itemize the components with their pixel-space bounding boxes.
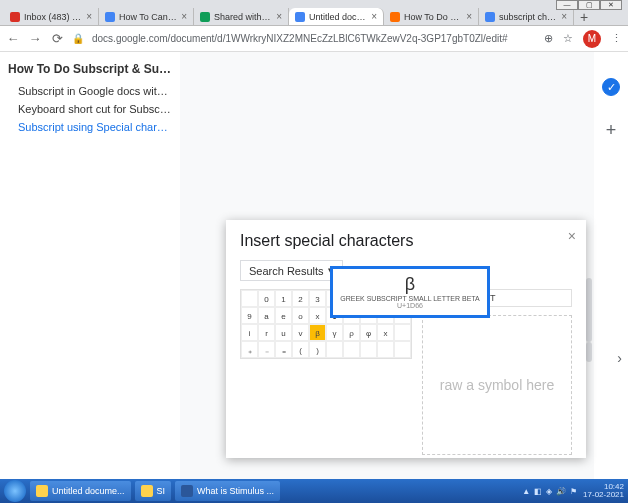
character-cell[interactable]: ρ	[343, 324, 360, 341]
tab-close-icon[interactable]: ×	[86, 11, 92, 22]
character-cell[interactable]: ₌	[275, 341, 292, 358]
tab-favicon	[295, 12, 305, 22]
tray-icon[interactable]: ⚑	[570, 487, 577, 496]
character-cell[interactable]: ₋	[258, 341, 275, 358]
character-cell[interactable]	[241, 290, 258, 307]
maximize-button[interactable]: ▢	[578, 0, 600, 10]
character-cell[interactable]: 1	[275, 290, 292, 307]
lock-icon: 🔒	[72, 33, 84, 44]
draw-placeholder: raw a symbol here	[440, 377, 554, 393]
character-cell[interactable]	[394, 341, 411, 358]
character-cell[interactable]	[377, 341, 394, 358]
minimize-button[interactable]: —	[556, 0, 578, 10]
tab-close-icon[interactable]: ×	[181, 11, 187, 22]
close-window-button[interactable]: ✕	[600, 0, 622, 10]
tab-label: How To Do Subscrip	[404, 12, 462, 22]
windows-taskbar: Untitled docume...SIWhat is Stimulus ...…	[0, 479, 628, 503]
tab-favicon	[390, 12, 400, 22]
dropdown-label: Search Results	[249, 265, 324, 277]
app-icon	[36, 485, 48, 497]
taskbar-app-button[interactable]: SI	[135, 481, 172, 501]
outline-title[interactable]: How To Do Subscript & Super...	[8, 62, 172, 76]
new-tab-button[interactable]: +	[574, 9, 594, 25]
taskbar-clock[interactable]: 10:42 17-02-2021	[583, 483, 624, 499]
tab-close-icon[interactable]: ×	[561, 11, 567, 22]
draw-symbol-area[interactable]: raw a symbol here	[422, 315, 572, 455]
tab-close-icon[interactable]: ×	[276, 11, 282, 22]
character-cell[interactable]: x	[309, 307, 326, 324]
browser-tabstrip: Inbox (483) - snsalel×How To Cancel Your…	[0, 0, 628, 26]
reload-button[interactable]: ⟳	[50, 31, 64, 46]
character-cell[interactable]: v	[292, 324, 309, 341]
scrollbar-track[interactable]	[586, 342, 592, 362]
character-cell[interactable]: (	[292, 341, 309, 358]
tab-favicon	[10, 12, 20, 22]
character-cell[interactable]: e	[275, 307, 292, 324]
tab-label: Untitled document -	[309, 12, 367, 22]
tab-label: How To Cancel Your	[119, 12, 177, 22]
right-side-rail: ✓ +	[594, 52, 628, 479]
sidepanel-toggle-icon[interactable]: ›	[617, 350, 622, 366]
character-cell[interactable]: 9	[241, 307, 258, 324]
editing-mode-icon[interactable]: ✓	[602, 78, 620, 96]
browser-tab[interactable]: How To Do Subscrip×	[384, 8, 479, 25]
character-cell[interactable]: γ	[326, 324, 343, 341]
start-button[interactable]	[4, 480, 26, 502]
tray-icon[interactable]: ◧	[534, 487, 542, 496]
outline-item[interactable]: Subscript in Google docs with t...	[8, 82, 172, 100]
character-cell[interactable]: u	[275, 324, 292, 341]
tray-icon[interactable]: ▲	[522, 487, 530, 496]
browser-tab[interactable]: subscript chemical e×	[479, 8, 574, 25]
taskbar-app-label: Untitled docume...	[52, 486, 125, 496]
taskbar-app-label: What is Stimulus ...	[197, 486, 274, 496]
character-cell[interactable]: r	[258, 324, 275, 341]
taskbar-app-label: SI	[157, 486, 166, 496]
character-cell[interactable]	[326, 341, 343, 358]
character-cell[interactable]: a	[258, 307, 275, 324]
character-cell[interactable]: x	[377, 324, 394, 341]
category-dropdown[interactable]: Search Results ▾	[240, 260, 343, 281]
url-field[interactable]: docs.google.com/document/d/1WWrkryNIXZ2M…	[92, 33, 536, 44]
browser-menu-icon[interactable]: ⋮	[611, 32, 622, 45]
add-comment-icon[interactable]: +	[602, 122, 620, 140]
character-cell[interactable]: 3	[309, 290, 326, 307]
character-cell[interactable]: ₊	[241, 341, 258, 358]
character-cell[interactable]: i	[241, 324, 258, 341]
taskbar-app-button[interactable]: What is Stimulus ...	[175, 481, 280, 501]
character-cell[interactable]: 2	[292, 290, 309, 307]
dialog-title: Insert special characters	[240, 232, 572, 250]
browser-tab[interactable]: Shared with me - Go×	[194, 8, 289, 25]
tooltip-glyph: β	[337, 275, 483, 293]
browser-tab[interactable]: How To Cancel Your×	[99, 8, 194, 25]
character-cell[interactable]	[394, 324, 411, 341]
browser-tab[interactable]: Untitled document - ×	[289, 8, 384, 25]
back-button[interactable]: ←	[6, 31, 20, 46]
address-bar: ← → ⟳ 🔒 docs.google.com/document/d/1WWrk…	[0, 26, 628, 52]
tab-close-icon[interactable]: ×	[371, 11, 377, 22]
zoom-icon[interactable]: ⊕	[544, 32, 553, 45]
dialog-close-icon[interactable]: ×	[568, 228, 576, 244]
forward-button[interactable]: →	[28, 31, 42, 46]
app-icon	[141, 485, 153, 497]
character-cell[interactable]	[343, 341, 360, 358]
tray-icon[interactable]: ◈	[546, 487, 552, 496]
tab-close-icon[interactable]: ×	[466, 11, 472, 22]
taskbar-app-button[interactable]: Untitled docume...	[30, 481, 131, 501]
system-tray: ▲◧◈🔊⚑ 10:42 17-02-2021	[522, 483, 624, 499]
character-cell[interactable]: φ	[360, 324, 377, 341]
character-cell[interactable]: β	[309, 324, 326, 341]
bookmark-star-icon[interactable]: ☆	[563, 32, 573, 45]
character-cell[interactable]: o	[292, 307, 309, 324]
outline-item[interactable]: Keyboard short cut for Subscrip...	[8, 100, 172, 118]
character-cell[interactable]	[360, 341, 377, 358]
character-tooltip: β GREEK SUBSCRIPT SMALL LETTER BETA U+1D…	[330, 266, 490, 318]
character-cell[interactable]: 0	[258, 290, 275, 307]
scrollbar-track[interactable]	[586, 278, 592, 342]
profile-avatar[interactable]: M	[583, 30, 601, 48]
tray-icon[interactable]: 🔊	[556, 487, 566, 496]
outline-item[interactable]: Subscript using Special charact...	[8, 118, 172, 136]
character-cell[interactable]: )	[309, 341, 326, 358]
browser-tab[interactable]: Inbox (483) - snsalel×	[4, 8, 99, 25]
tab-favicon	[105, 12, 115, 22]
tab-favicon	[485, 12, 495, 22]
